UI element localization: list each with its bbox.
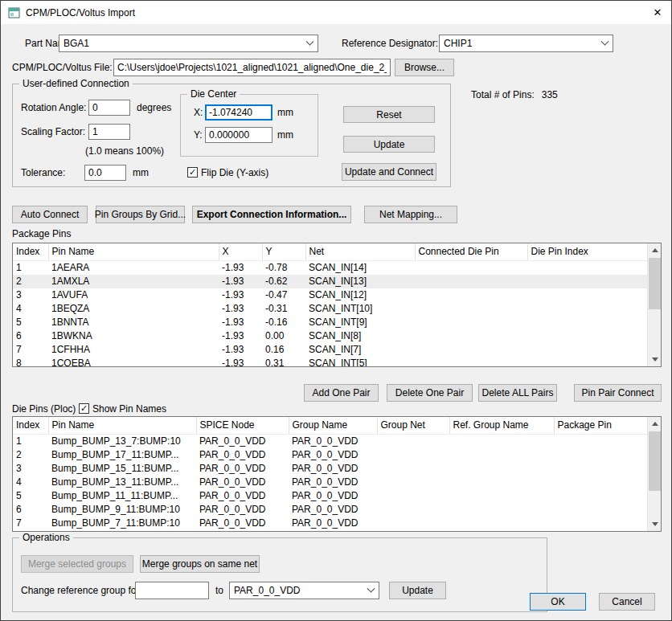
total-pins-label: Total # of Pins: xyxy=(471,89,535,100)
column-header-net[interactable]: Net xyxy=(305,243,415,260)
browse-button[interactable]: Browse... xyxy=(395,59,454,76)
table-row[interactable]: 31AVUFA-1.93-0.47SCAN_IN[12] xyxy=(13,288,647,302)
rotation-angle-input[interactable] xyxy=(88,100,130,116)
scroll-down-button[interactable] xyxy=(648,353,662,366)
table-cell: SCAN_IN[12] xyxy=(305,288,415,302)
column-header-ref-group-name[interactable]: Ref. Group Name xyxy=(449,417,554,434)
column-header-group-name[interactable]: Group Name xyxy=(289,417,377,434)
table-row[interactable]: 81CQEBA-1.930.31SCAN_INT[5] xyxy=(13,357,647,368)
table-cell xyxy=(377,434,449,448)
operations-update-button[interactable]: Update xyxy=(389,582,446,599)
rotation-unit-label: degrees xyxy=(137,99,171,116)
tolerance-label: Tolerance: xyxy=(21,164,65,182)
net-mapping-button[interactable]: Net Mapping... xyxy=(364,206,457,223)
update-and-connect-button[interactable]: Update and Connect xyxy=(342,163,436,181)
column-header-spice-node[interactable]: SPICE Node xyxy=(196,417,289,434)
auto-connect-button[interactable]: Auto Connect xyxy=(12,206,88,223)
scroll-down-button[interactable] xyxy=(648,517,662,531)
total-pins-value: 335 xyxy=(542,89,558,100)
table-row[interactable]: 41BEQZA-1.93-0.31SCAN_INT[10] xyxy=(13,302,647,316)
table-cell: 2 xyxy=(13,448,48,462)
table-row[interactable]: 11AEARA-1.93-0.78SCAN_IN[14] xyxy=(13,260,647,275)
die-center-y-input[interactable] xyxy=(205,127,272,143)
table-row[interactable]: 2Bump_BUMP_17_11:BUMP...PAR_0_0_VDDPAR_0… xyxy=(13,448,647,462)
update-button[interactable]: Update xyxy=(343,136,435,153)
table-cell xyxy=(554,489,647,503)
merge-groups-on-same-net-button[interactable]: Merge groups on same net xyxy=(140,555,260,573)
vertical-scrollbar[interactable] xyxy=(647,417,661,531)
vertical-scrollbar[interactable] xyxy=(647,243,661,366)
die-center-x-input[interactable] xyxy=(205,104,272,121)
column-header-pin-name[interactable]: Pin Name xyxy=(48,417,196,434)
table-cell: PAR_0_0_VDD xyxy=(196,517,289,530)
column-header-package-pin[interactable]: Package Pin xyxy=(554,417,647,434)
column-header-x[interactable]: X xyxy=(219,243,262,260)
column-header-connected-die-pin[interactable]: Connected Die Pin xyxy=(415,243,527,260)
scrollbar-thumb[interactable] xyxy=(649,258,661,309)
table-cell xyxy=(377,476,449,489)
reference-designator-combo[interactable]: CHIP1 xyxy=(439,35,613,52)
package-pins-table: IndexPin NameXYNetConnected Die PinDie P… xyxy=(12,243,662,367)
scaling-factor-input[interactable] xyxy=(88,124,130,140)
column-header-index[interactable]: Index xyxy=(13,417,48,434)
flip-die-checkbox[interactable] xyxy=(187,167,198,178)
table-row[interactable]: 1Bump_BUMP_13_7:BUMP:10PAR_0_0_VDDPAR_0_… xyxy=(13,434,647,448)
pin-groups-by-grid-button[interactable]: Pin Groups By Grid... xyxy=(96,206,185,223)
cancel-button[interactable]: Cancel xyxy=(599,593,655,611)
ok-button[interactable]: OK xyxy=(530,593,586,611)
part-name-combo[interactable]: BGA1 xyxy=(59,35,318,52)
table-row[interactable]: 7Bump_BUMP_7_11:BUMP:10PAR_0_0_VDDPAR_0_… xyxy=(13,517,647,530)
column-header-y[interactable]: Y xyxy=(262,243,305,260)
table-cell: -1.93 xyxy=(219,343,262,357)
die-pins-table: IndexPin NameSPICE NodeGroup NameGroup N… xyxy=(12,416,662,532)
die-center-group: Die Center X: mm Y: mm xyxy=(180,94,318,157)
table-row[interactable]: 51BNNTA-1.93-0.16SCAN_INT[9] xyxy=(13,316,647,329)
die-center-y-label: Y: xyxy=(194,127,203,143)
scroll-up-button[interactable] xyxy=(648,417,662,431)
table-cell: 1 xyxy=(13,434,48,448)
table-row[interactable]: 3Bump_BUMP_15_11:BUMP...PAR_0_0_VDDPAR_0… xyxy=(13,462,647,476)
table-cell: -0.47 xyxy=(262,288,305,302)
table-cell: PAR_0_0_VDD xyxy=(289,489,377,503)
table-cell: -1.93 xyxy=(219,302,262,316)
reference-group-combo[interactable]: PAR_0_0_VDD xyxy=(229,582,379,599)
column-header-die-pin-index[interactable]: Die Pin Index xyxy=(527,243,647,260)
total-pins: Total # of Pins: 335 xyxy=(471,86,558,104)
table-cell xyxy=(449,476,554,489)
delete-all-pairs-button[interactable]: Delete ALL Pairs xyxy=(478,384,557,402)
close-button[interactable]: ✕ xyxy=(644,1,671,24)
die-pins-title: Die Pins (Ploc) xyxy=(12,402,76,416)
table-row[interactable]: 4Bump_BUMP_13_11:BUMP...PAR_0_0_VDDPAR_0… xyxy=(13,476,647,489)
table-cell: Bump_BUMP_7_11:BUMP:10 xyxy=(48,517,196,530)
pin-pair-connect-button[interactable]: Pin Pair Connect xyxy=(574,384,662,402)
window-title: CPM/PLOC/Voltus Import xyxy=(26,7,135,18)
column-header-pin-name[interactable]: Pin Name xyxy=(48,243,219,260)
show-pin-names-checkbox[interactable] xyxy=(79,403,89,414)
table-cell xyxy=(527,288,647,302)
column-header-index[interactable]: Index xyxy=(13,243,48,260)
file-input[interactable] xyxy=(113,59,391,76)
table-row[interactable]: 5Bump_BUMP_11_11:BUMP...PAR_0_0_VDDPAR_0… xyxy=(13,489,647,503)
reset-button[interactable]: Reset xyxy=(343,106,435,123)
scroll-up-button[interactable] xyxy=(648,243,662,257)
table-cell: 5 xyxy=(13,489,48,503)
table-cell xyxy=(377,503,449,517)
add-one-pair-button[interactable]: Add One Pair xyxy=(304,384,379,402)
delete-one-pair-button[interactable]: Delete One Pair xyxy=(387,384,473,402)
table-row[interactable]: 21AMXLA-1.93-0.62SCAN_IN[13] xyxy=(13,275,647,288)
reference-designator-value: CHIP1 xyxy=(444,38,596,49)
table-row[interactable]: 6Bump_BUMP_9_11:BUMP:10PAR_0_0_VDDPAR_0_… xyxy=(13,503,647,517)
title-bar[interactable]: CPM/PLOC/Voltus Import ✕ xyxy=(1,1,671,24)
tolerance-input[interactable] xyxy=(84,165,126,181)
table-row[interactable]: 71CFHHA-1.930.16SCAN_IN[7] xyxy=(13,343,647,357)
table-cell: 4 xyxy=(13,476,48,489)
change-reference-group-label: Change reference group for xyxy=(21,582,139,599)
column-header-group-net[interactable]: Group Net xyxy=(377,417,449,434)
user-defined-connection-group: User-defined Connection Rotation Angle: … xyxy=(12,84,451,187)
table-cell: PAR_0_0_VDD xyxy=(289,503,377,517)
table-row[interactable]: 61BWKNA-1.930.00SCAN_IN[8] xyxy=(13,329,647,343)
export-connection-information-button[interactable]: Export Connection Information... xyxy=(192,206,351,223)
change-reference-group-input[interactable] xyxy=(135,582,209,599)
scrollbar-thumb[interactable] xyxy=(649,431,661,491)
table-cell: 7 xyxy=(13,517,48,530)
